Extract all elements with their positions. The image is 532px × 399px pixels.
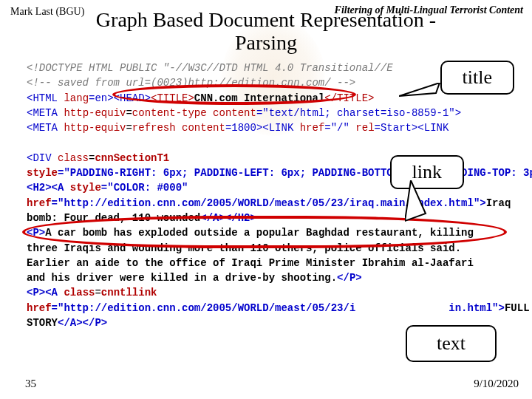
code-tok: ="text/html; charset=iso-8859-1"> xyxy=(256,107,461,119)
code-tok: style xyxy=(27,167,58,179)
code-tok: cnntllink xyxy=(101,287,157,299)
code-tok: <P><A xyxy=(27,287,64,299)
callout-tail-title xyxy=(399,83,443,105)
code-blank xyxy=(27,137,33,149)
code-tok: http-equiv xyxy=(64,122,126,134)
callout-tail-link xyxy=(405,180,442,225)
code-tok: =Start><LINK xyxy=(375,122,449,134)
code-tok: href xyxy=(300,122,325,134)
code-tok: </A></P> xyxy=(58,317,107,329)
code-tok: in.html"> xyxy=(449,302,505,314)
code-tok: FULL xyxy=(505,302,530,314)
code-tok: <META xyxy=(27,122,64,134)
code-tok: ="COLOR: #000" xyxy=(101,182,188,194)
slide-number: 35 xyxy=(25,378,36,390)
code-tok: <DIV xyxy=(27,152,58,164)
code-tok: and his driver were killed in a drive-by… xyxy=(27,272,337,284)
code-tok: <HTML xyxy=(27,92,64,104)
code-tok: class xyxy=(58,152,89,164)
svg-marker-1 xyxy=(405,180,426,221)
code-tok: refresh xyxy=(132,122,176,134)
code-tok: =1800><LINK xyxy=(225,122,300,134)
callout-title: title xyxy=(440,61,514,95)
code-tok: http-equiv xyxy=(64,107,126,119)
code-tok: content xyxy=(207,107,256,119)
code-tok: rel xyxy=(355,122,374,134)
code-tok: href xyxy=(27,302,52,314)
code-tok: content-type xyxy=(132,107,207,119)
svg-marker-0 xyxy=(399,83,440,96)
code-tok: <META xyxy=(27,107,64,119)
slide-date: 9/10/2020 xyxy=(474,378,519,390)
callout-text: text xyxy=(406,325,497,362)
code-tok: cnnSectionT1 xyxy=(95,152,169,164)
code-tok: class xyxy=(64,287,95,299)
code-tok: Iraq xyxy=(486,197,511,209)
code-tok: = xyxy=(126,122,132,134)
code-tok: content xyxy=(176,122,225,134)
code-tok: ="/" xyxy=(324,122,355,134)
code-tok: <H2><A xyxy=(27,182,70,194)
code-tok: = xyxy=(126,107,132,119)
code-tok: = xyxy=(95,287,100,299)
highlight-ellipse-title xyxy=(112,84,356,105)
code-tok: style xyxy=(70,182,101,194)
code-tok: href xyxy=(27,197,52,209)
title-line-1: Graph Based Document Representation - xyxy=(96,8,436,31)
code-tok: lang xyxy=(64,92,89,104)
code-line: <!DOCTYPE HTML PUBLIC "-//W3C//DTD HTML … xyxy=(27,62,393,74)
code-tok: </P> xyxy=(337,272,362,284)
code-tok: STORY xyxy=(27,317,58,329)
code-tok: Earlier an aide to the office of Iraqi P… xyxy=(27,257,474,269)
title-line-2: Parsing xyxy=(235,31,297,54)
slide-title: Graph Based Document Representation - Pa… xyxy=(0,9,532,55)
code-tok: ="http://edition.cnn.com/2005/WORLD/meas… xyxy=(52,302,356,314)
